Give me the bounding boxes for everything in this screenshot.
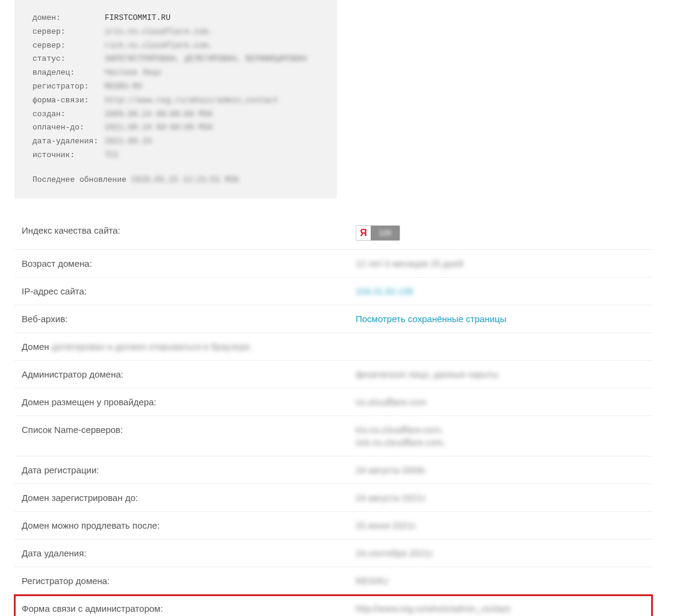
value-registration-date: 24 августа 2008г. [356,465,645,475]
label-renewable-after: Домен можно продлевать после: [22,520,356,530]
label-deletion-date: Дата удаления: [22,548,356,558]
label-registrar: Регистратор домена: [22,576,356,586]
yandex-score: 120 [371,226,400,240]
label-registration-date: Дата регистрации: [22,465,356,475]
row-delegated-status: Домен делегирован и должен открываться в… [14,333,652,361]
value-hosting-provider: ns.cloudflare.com [356,397,645,407]
whois-row: оплачен-до:2021.08.24 00:00:00 MSK [32,122,319,134]
row-deletion-date: Дата удаления: 24 сентября 2021г. [14,540,652,567]
whois-value: Частное Лицо [105,67,161,79]
row-renewable-after: Домен можно продлевать после: 25 июня 20… [14,512,652,540]
value-name-servers: iris.ns.cloudflare.com. rick.ns.cloudfla… [356,425,645,447]
yandex-quality-badge: Я 120 [356,225,400,241]
whois-key: статус: [32,53,105,66]
whois-value: ЗАРЕГИСТРИРОВАН, ДЕЛЕГИРОВАН, ВЕРИФИЦИРО… [105,53,306,66]
row-name-servers: Список Name-серверов: iris.ns.cloudflare… [14,416,652,456]
ns-1: iris.ns.cloudflare.com. [356,425,645,435]
whois-value: TCI [105,149,119,162]
whois-key: форма-связи: [32,95,105,107]
whois-key: оплачен-до: [32,122,105,134]
whois-key: создан: [32,108,105,121]
whois-key: сервер: [32,26,105,39]
value-registered-until: 24 августа 2021г. [356,493,645,503]
value-domain-admin: физическое лицо, данные скрыты [356,369,645,379]
label-domain-age: Возраст домена: [22,258,356,269]
row-web-archive: Веб-архив: Посмотреть сохранённые страни… [14,305,652,333]
label-registered-until: Домен зарегистрирован до: [22,493,356,503]
label-hosting-provider: Домен размещен у провайдера: [22,397,356,407]
whois-footer-label: Последнее обновление [32,175,131,184]
label-web-archive: Веб-архив: [22,314,356,324]
value-site-quality: Я 120 [356,225,645,241]
whois-footer: Последнее обновление 2020.09.15 12:21:51… [32,174,319,187]
whois-key: источник: [32,149,105,162]
whois-row: форма-связи:http://www.reg.ru/whois/admi… [32,95,319,107]
whois-value: http://www.reg.ru/whois/admin_contact [105,95,279,107]
row-ip-address: IP-адрес сайта: 104.31.82.136 [14,278,652,305]
label-ip-address: IP-адрес сайта: [22,286,356,296]
whois-value: FIRSTCOMMIT.RU [105,12,170,25]
whois-row: сервер:iris.ns.cloudflare.com. [32,26,319,39]
row-domain-admin: Администратор домена: физическое лицо, д… [14,361,652,388]
whois-row: статус:ЗАРЕГИСТРИРОВАН, ДЕЛЕГИРОВАН, ВЕР… [32,53,319,66]
whois-value: 2021.09.24 [105,135,152,148]
delegated-value: делегирован и должен открываться в брауз… [52,341,252,352]
whois-footer-value: 2020.09.15 12:21:51 MSK [131,175,239,184]
whois-row: сервер:rick.ns.cloudflare.com. [32,40,319,52]
link-web-archive[interactable]: Посмотреть сохранённые страницы [356,314,645,324]
value-renewable-after: 25 июня 2021г. [356,520,645,530]
whois-key: владелец: [32,67,105,79]
yandex-logo-icon: Я [356,226,371,240]
whois-value: rick.ns.cloudflare.com. [105,40,212,52]
row-site-quality: Индекс качества сайта: Я 120 [14,217,652,250]
label-domain-admin: Администратор домена: [22,369,356,379]
whois-row: создан:2008.08.24 00:00:00 MSK [32,108,319,121]
label-site-quality: Индекс качества сайта: [22,225,356,235]
domain-details: Индекс качества сайта: Я 120 Возраст дом… [14,217,652,616]
whois-raw-block: домен:FIRSTCOMMIT.RUсервер:iris.ns.cloud… [14,0,337,199]
whois-row: дата-удаления:2021.09.24 [32,135,319,148]
value-ip-address[interactable]: 104.31.82.136 [356,286,645,296]
delegated-text: Домен делегирован и должен открываться в… [22,341,252,352]
value-deletion-date: 24 сентября 2021г. [356,548,645,558]
row-registered-until: Домен зарегистрирован до: 24 августа 202… [14,484,652,512]
whois-key: дата-удаления: [32,135,105,148]
whois-value: 2021.08.24 00:00:00 MSK [105,122,212,134]
row-domain-age: Возраст домена: 12 лет 0 месяцев 25 дней [14,250,652,278]
label-admin-contact-form: Форма связи с администратором: [22,603,356,614]
whois-value: iris.ns.cloudflare.com. [105,26,212,39]
row-registrar: Регистратор домена: REGRU [14,567,652,595]
whois-key: сервер: [32,40,105,52]
value-domain-age: 12 лет 0 месяцев 25 дней [356,258,645,269]
whois-row: регистратор:REGRU-RU [32,81,319,93]
whois-row: домен:FIRSTCOMMIT.RU [32,12,319,25]
ns-2: rick.ns.cloudflare.com. [356,437,645,447]
whois-key: регистратор: [32,81,105,93]
delegated-prefix: Домен [22,341,52,352]
row-hosting-provider: Домен размещен у провайдера: ns.cloudfla… [14,388,652,416]
whois-value: 2008.08.24 00:00:00 MSK [105,108,212,121]
value-admin-contact-form[interactable]: http://www.reg.ru/whois/admin_contact [356,603,645,614]
value-registrar: REGRU [356,576,645,586]
whois-row: источник:TCI [32,149,319,162]
whois-key: домен: [32,12,105,25]
whois-value: REGRU-RU [105,81,142,93]
whois-row: владелец:Частное Лицо [32,67,319,79]
row-admin-contact-form: Форма связи с администратором: http://ww… [14,595,652,616]
label-name-servers: Список Name-серверов: [22,425,356,435]
row-registration-date: Дата регистрации: 24 августа 2008г. [14,456,652,484]
